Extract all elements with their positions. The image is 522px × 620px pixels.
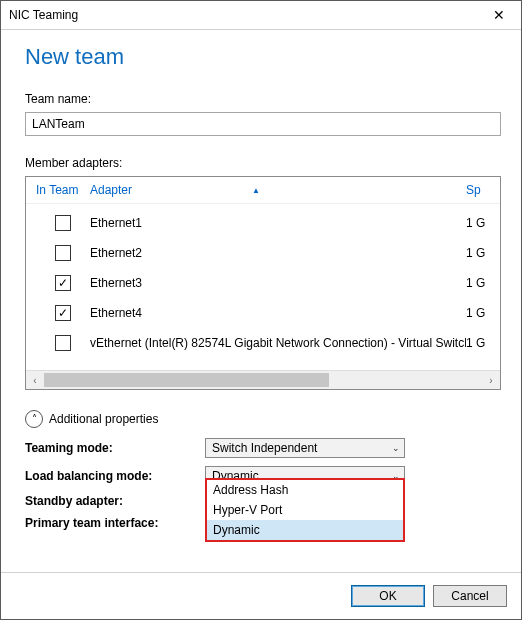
column-in-team[interactable]: In Team [36,183,90,197]
page-title: New team [25,44,501,70]
team-name-label: Team name: [25,92,501,106]
in-team-cell [36,215,90,231]
additional-properties-section: ˄ Additional properties Teaming mode: Sw… [25,410,501,530]
sort-asc-icon: ▲ [252,186,260,195]
window-title: NIC Teaming [9,8,78,22]
horizontal-scrollbar[interactable]: ‹ › [26,370,500,389]
adapter-speed: 1 G [466,306,496,320]
dropdown-item[interactable]: Hyper-V Port [207,500,403,520]
column-adapter[interactable]: Adapter ▲ [90,183,466,197]
table-row[interactable]: ✓Ethernet31 G [26,268,500,298]
table-row[interactable]: Ethernet21 G [26,238,500,268]
column-adapter-label: Adapter [90,183,132,197]
adapter-speed: 1 G [466,216,496,230]
in-team-checkbox[interactable]: ✓ [55,305,71,321]
close-icon: ✕ [493,7,505,23]
teaming-mode-label: Teaming mode: [25,441,205,455]
adapters-table: In Team Adapter ▲ Sp Ethernet11 GEtherne… [25,176,501,390]
teaming-mode-row: Teaming mode: Switch Independent ⌄ [25,438,501,458]
scroll-track[interactable] [44,371,482,389]
team-name-input[interactable] [25,112,501,136]
adapter-speed: 1 G [466,336,496,350]
in-team-checkbox[interactable]: ✓ [55,275,71,291]
dialog-content: New team Team name: Member adapters: In … [1,30,521,572]
additional-properties-label: Additional properties [49,412,158,426]
load-balancing-dropdown[interactable]: Address HashHyper-V PortDynamic [205,478,405,542]
adapter-speed: 1 G [466,246,496,260]
adapter-name: Ethernet1 [90,216,466,230]
standby-adapter-label: Standby adapter: [25,494,205,508]
cancel-button[interactable]: Cancel [433,585,507,607]
adapter-speed: 1 G [466,276,496,290]
close-button[interactable]: ✕ [477,1,521,29]
primary-team-interface-label: Primary team interface: [25,516,205,530]
in-team-checkbox[interactable] [55,215,71,231]
teaming-mode-value: Switch Independent [212,441,392,455]
chevron-down-icon: ⌄ [392,443,400,453]
teaming-mode-combo[interactable]: Switch Independent ⌄ [205,438,405,458]
table-row[interactable]: Ethernet11 G [26,208,500,238]
table-row[interactable]: ✓Ethernet41 G [26,298,500,328]
in-team-checkbox[interactable] [55,335,71,351]
nic-teaming-dialog: NIC Teaming ✕ New team Team name: Member… [0,0,522,620]
adapter-name: Ethernet2 [90,246,466,260]
button-bar: OK Cancel [1,572,521,619]
additional-properties-toggle[interactable]: ˄ Additional properties [25,410,501,428]
in-team-cell: ✓ [36,275,90,291]
adapter-name: Ethernet3 [90,276,466,290]
adapter-name: Ethernet4 [90,306,466,320]
adapter-name: vEthernet (Intel(R) 82574L Gigabit Netwo… [90,336,466,350]
in-team-checkbox[interactable] [55,245,71,261]
dropdown-item[interactable]: Dynamic [207,520,403,540]
column-speed[interactable]: Sp [466,183,496,197]
dropdown-item[interactable]: Address Hash [207,480,403,500]
titlebar: NIC Teaming ✕ [1,1,521,30]
member-adapters-label: Member adapters: [25,156,501,170]
scroll-right-icon[interactable]: › [482,371,500,389]
ok-button[interactable]: OK [351,585,425,607]
load-balancing-label: Load balancing mode: [25,469,205,483]
in-team-cell [36,335,90,351]
chevron-up-icon: ˄ [25,410,43,428]
scroll-left-icon[interactable]: ‹ [26,371,44,389]
adapters-body: Ethernet11 GEthernet21 G✓Ethernet31 G✓Et… [26,204,500,370]
in-team-cell: ✓ [36,305,90,321]
table-row[interactable]: vEthernet (Intel(R) 82574L Gigabit Netwo… [26,328,500,358]
scroll-thumb[interactable] [44,373,329,387]
adapters-header: In Team Adapter ▲ Sp [26,177,500,204]
in-team-cell [36,245,90,261]
